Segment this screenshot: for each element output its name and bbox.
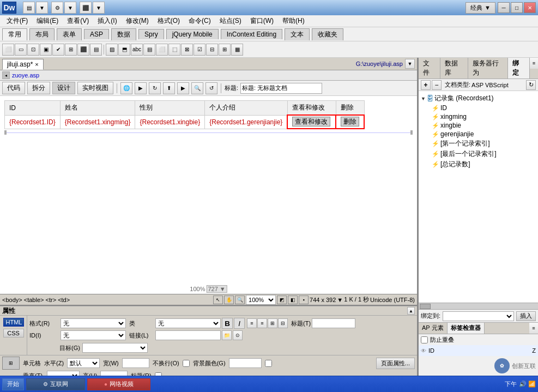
tab-layout[interactable]: 布局	[29, 28, 55, 40]
insert-btn-18[interactable]: ⊞	[219, 44, 231, 56]
insert-btn-7[interactable]: ⬛	[77, 44, 89, 56]
menu-modify[interactable]: 修改(M)	[122, 15, 153, 27]
toolbar-zoom-icon[interactable]: 🔍	[191, 82, 203, 94]
mode-selector[interactable]: 经典 ▼	[466, 2, 495, 14]
title-input[interactable]	[240, 83, 322, 94]
tree-item-id[interactable]: ⚡ ID	[432, 104, 536, 112]
toolbar-refresh-icon[interactable]: ↻	[149, 82, 161, 94]
scroll-thumb[interactable]	[420, 304, 431, 309]
link-input[interactable]	[155, 330, 221, 340]
menu-insert[interactable]: 插入(I)	[93, 15, 121, 27]
tree-item-first-idx[interactable]: ⚡ [第一个记录索引]	[432, 138, 536, 149]
bgcolor-input[interactable]	[229, 358, 262, 368]
taskbar-item-2[interactable]: ● 网络视频	[87, 378, 150, 390]
status-view1[interactable]: ◩	[277, 295, 287, 304]
insert-btn-4[interactable]: ▣	[40, 44, 52, 56]
toolbar-dropdown-2[interactable]: ▼	[64, 2, 76, 14]
link-point-btn[interactable]: ⊙	[233, 330, 243, 340]
tab-text[interactable]: 文本	[285, 28, 310, 40]
binding-refresh-btn[interactable]: ↻	[526, 80, 536, 90]
menu-file[interactable]: 文件(F)	[2, 15, 32, 27]
menu-edit[interactable]: 编辑(E)	[32, 15, 63, 27]
insert-btn-9[interactable]: ▨	[106, 44, 118, 56]
toolbar-world-icon[interactable]: 🌐	[120, 82, 132, 94]
menu-view[interactable]: 查看(V)	[63, 15, 93, 27]
menu-command[interactable]: 命令(C)	[184, 15, 215, 27]
taskbar-item-1[interactable]: ⚙ 互联网	[26, 378, 85, 390]
title-h-input[interactable]	[312, 318, 355, 328]
right-tab-db[interactable]: 数据库	[440, 58, 468, 79]
insert-btn-19[interactable]: ▦	[231, 44, 243, 56]
insert-btn-3[interactable]: ⊡	[27, 44, 39, 56]
menu-help[interactable]: 帮助(H)	[278, 15, 309, 27]
class-select[interactable]: 无	[155, 318, 221, 328]
br-tab-tag[interactable]: 标签检查器	[448, 323, 485, 334]
tree-item-last-idx[interactable]: ⚡ [最后一个记录索引]	[432, 149, 536, 159]
filter-button[interactable]: ▼	[405, 59, 415, 69]
insert-btn-1[interactable]: ⬜	[2, 44, 14, 56]
menu-format[interactable]: 格式(O)	[153, 15, 184, 27]
insert-btn-2[interactable]: ▭	[15, 44, 27, 56]
delete-btn[interactable]: 删除	[341, 117, 359, 126]
width-input[interactable]	[122, 358, 149, 368]
tab-form[interactable]: 表单	[57, 28, 82, 40]
status-cursor-btn[interactable]: ↖	[213, 295, 223, 304]
tab-incontext[interactable]: InContext Editing	[221, 29, 282, 39]
page-props-button[interactable]: 页面属性...	[376, 358, 415, 369]
toolbar-nav-icon[interactable]: ⬆	[163, 82, 175, 94]
resize-handle-2[interactable]	[410, 130, 413, 135]
maximize-button[interactable]: □	[511, 2, 523, 13]
tab-data[interactable]: 数据	[111, 28, 136, 40]
props-collapse-btn[interactable]: ▲	[407, 307, 415, 315]
toolbar-preview-icon[interactable]: ▶	[135, 82, 147, 94]
start-button[interactable]: 开始	[2, 378, 24, 390]
cell-view-action[interactable]: 查看和修改	[287, 115, 336, 129]
insert-btn-16[interactable]: ☑	[194, 44, 205, 56]
toolbar-dropdown[interactable]: ▼	[36, 2, 48, 14]
insert-binding-btn[interactable]: 插入	[516, 311, 536, 321]
insert-btn-12[interactable]: ▤	[143, 44, 155, 56]
right-tab-binding[interactable]: 绑定	[508, 58, 530, 79]
insert-btn-6[interactable]: ⊞	[65, 44, 77, 56]
insert-btn-15[interactable]: ⊠	[181, 44, 193, 56]
tree-item-xingbie[interactable]: ⚡ xingbie	[432, 121, 536, 130]
tree-item-total[interactable]: ⚡ [总记录数]	[432, 159, 536, 170]
view-design-btn[interactable]: 设计	[52, 82, 75, 94]
tab-jquery-mobile[interactable]: jQuery Mobile	[166, 29, 219, 39]
menu-site[interactable]: 站点(S)	[215, 15, 246, 27]
status-view2[interactable]: ◧	[288, 295, 298, 304]
insert-btn-14[interactable]: ⬚	[168, 44, 180, 56]
tree-root-item[interactable]: ▼ 🗄 记录集 (Recordset1)	[421, 93, 536, 104]
menu-window[interactable]: 窗口(W)	[246, 15, 278, 27]
insert-btn-5[interactable]: ✔	[52, 44, 64, 56]
view-live-btn[interactable]: 实时视图	[77, 82, 113, 94]
align-left-btn[interactable]: ≡	[247, 318, 257, 328]
insert-btn-11[interactable]: abc	[131, 44, 143, 56]
status-zoom-btn[interactable]: 🔍	[235, 295, 245, 304]
tab-common[interactable]: 常用	[2, 28, 27, 40]
br-tab-ap[interactable]: AP 元素	[419, 323, 448, 334]
toolbar-icon-1[interactable]: ▤	[23, 2, 35, 14]
bind-to-select[interactable]	[443, 311, 514, 321]
status-hand-btn[interactable]: ✋	[224, 295, 234, 304]
toolbar-icon-3[interactable]: ⬛	[80, 2, 92, 14]
bold-button[interactable]: B	[222, 318, 233, 329]
format-select[interactable]: 无	[61, 318, 126, 328]
zoom-select[interactable]: 100%	[246, 295, 276, 305]
tab-asp[interactable]: ASP	[84, 29, 109, 39]
id-select[interactable]: 无	[61, 330, 126, 340]
breadcrumb-collapse[interactable]: ◂	[2, 71, 10, 79]
italic-button[interactable]: I	[234, 318, 245, 329]
props-type-html[interactable]: HTML	[3, 318, 24, 327]
right-panel-options[interactable]: ≡	[530, 58, 538, 69]
bgcolor-checkbox[interactable]	[265, 360, 272, 367]
tree-item-xingming[interactable]: ⚡ xingming	[432, 112, 536, 121]
tab-favorites[interactable]: 收藏夹	[312, 28, 343, 40]
horiz-select[interactable]: 默认	[67, 358, 100, 368]
doc-tab-active[interactable]: jiluji.asp* ×	[2, 59, 44, 70]
insert-btn-13[interactable]: ⬜	[156, 44, 168, 56]
toolbar-nav2-icon[interactable]: ▶	[177, 82, 189, 94]
insert-btn-17[interactable]: ⊟	[206, 44, 218, 56]
tab-spry[interactable]: Spry	[138, 29, 164, 39]
close-button[interactable]: ✕	[524, 2, 536, 13]
